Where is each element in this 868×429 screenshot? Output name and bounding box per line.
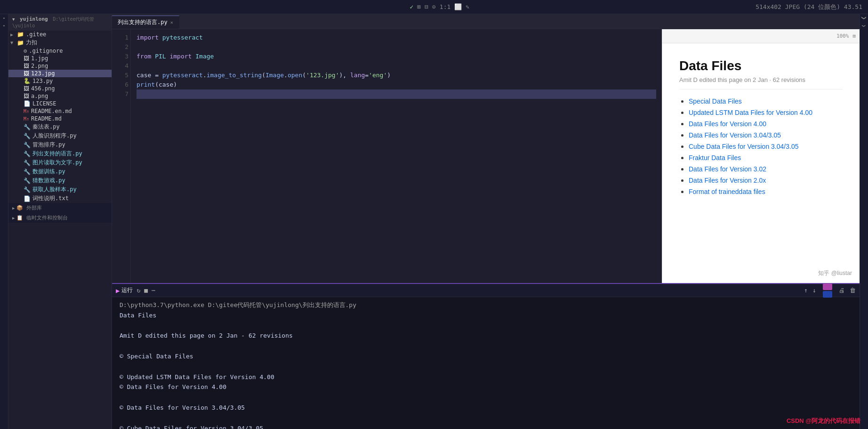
line-num-1: 1 [114, 33, 129, 42]
main-container: • • ▼ yujinlong D:\gitee代码托管\yujinlo ▶ 📁… [0, 14, 868, 429]
line-num-5: 5 [114, 71, 129, 80]
terminal-output-line-2 [120, 321, 852, 331]
list-item[interactable]: Fraktur Data Files [689, 154, 843, 162]
preview-meta: Amit D edited this page on 2 Jan · 62 re… [679, 76, 843, 89]
down-icon[interactable]: ↓ [812, 287, 816, 294]
file-list-lang[interactable]: 🔧 列出支持的语言.py [8, 149, 112, 158]
file-data-train[interactable]: 🔧 数据训练.py [8, 167, 112, 176]
preview-link-list: Special Data Files Updated LSTM Data Fil… [679, 97, 843, 196]
checkmark-icon[interactable]: ✓ [410, 3, 414, 10]
line-num-2: 2 [114, 42, 129, 52]
file-face-sample[interactable]: 🔧 获取人脸样本.py [8, 185, 112, 194]
list-item[interactable]: Data Files for Version 4.00 [689, 120, 843, 128]
list-item[interactable]: Cube Data Files for Version 3.04/3.05 [689, 142, 843, 151]
code-content[interactable]: import pytesseract from PIL import [131, 29, 662, 283]
code-line-6: print (case) [137, 80, 656, 89]
list-item[interactable]: Special Data Files [689, 97, 843, 105]
terminal-panel: ▶ 运行 ↻ ■ ⋯ ↑ ↓ 🖨 🗑 [112, 283, 860, 429]
right-icon-1[interactable]: ❯ [860, 16, 868, 20]
list-item[interactable]: Data Files for Version 3.04/3.05 [689, 131, 843, 139]
preview-link-9[interactable]: Format of traineddata files [689, 188, 765, 195]
run-icon: ▶ [116, 287, 120, 294]
preview-panel: 100% ⊞ Data Files Amit D edited this pag… [662, 29, 860, 283]
image-info: 514x402 JPEG (24 位颜色) 43.51 [755, 3, 862, 11]
file-apng[interactable]: 🖼 a.png [8, 92, 112, 100]
project-name: yujinlong [20, 16, 48, 22]
line-num-6: 6 [114, 80, 129, 89]
file-123py[interactable]: 🐍 123.py [8, 77, 112, 85]
file-1jpg[interactable]: 🖼 1.jpg [8, 55, 112, 62]
file-face[interactable]: 🔧 人脸识别程序.py [8, 131, 112, 140]
right-icon-2[interactable]: ❯ [861, 24, 867, 27]
line-numbers: 1 2 3 4 5 6 7 [112, 29, 131, 283]
file-bubble[interactable]: 🔧 冒泡排序.py [8, 140, 112, 149]
preview-link-1[interactable]: Special Data Files [689, 97, 742, 105]
file-qinfa[interactable]: 🔧 秦法表.py [8, 122, 112, 131]
file-readme[interactable]: M↑ README.md [8, 115, 112, 122]
file-guess[interactable]: 🔧 猜数游戏.py [8, 176, 112, 185]
preview-link-6[interactable]: Fraktur Data Files [689, 154, 741, 162]
list-item[interactable]: Updated LSTM Data Files for Version 4.00 [689, 108, 843, 117]
file-img-text[interactable]: 🔧 图片读取为文字.py [8, 158, 112, 167]
preview-link-7[interactable]: Data Files for Version 3.02 [689, 165, 766, 173]
terminal-output[interactable]: D:\python3.7\python.exe D:\gitee代码托管\yuj… [112, 297, 860, 429]
edit-icon[interactable]: ✎ [466, 3, 469, 10]
code-editor[interactable]: 1 2 3 4 5 6 7 import pytesseract [112, 29, 662, 283]
file-gitignore[interactable]: ⚙ .gitignore [8, 47, 112, 55]
tab-label: 列出支持的语言.py [118, 18, 168, 26]
activity-bar: • • [0, 14, 8, 429]
terminal-side-buttons [823, 283, 832, 298]
file-readme-en[interactable]: M↑ README.en.md [8, 107, 112, 115]
list-item[interactable]: Data Files for Version 2.0x [689, 176, 843, 185]
section-temp[interactable]: ▶ 📋 临时文件和控制台 [8, 213, 112, 223]
up-icon[interactable]: ↑ [804, 287, 808, 294]
terminal-output-line-9 [120, 393, 852, 403]
preview-title: Data Files [679, 58, 843, 73]
top-bar: ✓ ⊞ ⊟ ⊙ 1:1 ⬜ ✎ 514x402 JPEG (24 位颜色) 43… [0, 0, 868, 14]
line-num-3: 3 [114, 52, 129, 61]
terminal-btn-2[interactable] [823, 291, 832, 298]
right-activity-bar: ❯ ❯ [860, 14, 868, 429]
window-icon[interactable]: ⬜ [454, 3, 462, 10]
terminal-right-icons: ↑ ↓ 🖨 🗑 [804, 283, 856, 298]
list-item[interactable]: Data Files for Version 3.02 [689, 165, 843, 173]
layout-icon[interactable]: ⊟ [425, 3, 428, 10]
zoom-ratio: 1:1 [440, 3, 450, 10]
preview-icon[interactable]: ⊞ [852, 33, 856, 39]
circle-icon[interactable]: ⊙ [432, 3, 436, 10]
tab-close-icon[interactable]: ✕ [170, 20, 173, 25]
terminal-output-line-8: © Data Files for Version 4.00 [120, 382, 852, 392]
file-words[interactable]: 📄 词性说明.txt [8, 194, 112, 203]
preview-link-8[interactable]: Data Files for Version 2.0x [689, 177, 766, 184]
terminal-output-line-7: © Updated LSTM Data Files for Version 4.… [120, 372, 852, 382]
toolbar-icons[interactable]: ✓ ⊞ ⊟ ⊙ 1:1 ⬜ ✎ 514x402 JPEG (24 位颜色) 43… [410, 3, 862, 11]
folder-lizuo[interactable]: ▼ 📁 力扣 [8, 38, 112, 47]
terminal-btn-1[interactable] [823, 283, 832, 290]
print-icon[interactable]: 🖨 [839, 287, 845, 294]
file-2png[interactable]: 🖼 2.png [8, 62, 112, 70]
preview-link-5[interactable]: Cube Data Files for Version 3.04/3.05 [689, 143, 798, 150]
file-123jpg[interactable]: 🖼 123.jpg [8, 70, 112, 77]
terminal-command: D:\python3.7\python.exe D:\gitee代码托管\yuj… [120, 300, 852, 310]
file-456png[interactable]: 🖼 456.png [8, 85, 112, 92]
terminal-output-line-6 [120, 362, 852, 372]
folder-gitee[interactable]: ▶ 📁 .gitee [8, 31, 112, 38]
grid-icon[interactable]: ⊞ [417, 3, 421, 10]
sidebar-header: ▼ yujinlong D:\gitee代码托管\yujinlo [8, 14, 112, 31]
file-license[interactable]: 📄 LICENSE [8, 100, 112, 107]
section-external-libs[interactable]: ▶ 📦 外部库 [8, 203, 112, 213]
code-line-7 [137, 89, 656, 99]
tab-list-lang[interactable]: 列出支持的语言.py ✕ [112, 16, 179, 29]
refresh-icon[interactable]: ↻ [137, 287, 140, 294]
code-line-5: case = pytesseract . image_to_string ( I… [137, 71, 656, 80]
preview-link-2[interactable]: Updated LSTM Data Files for Version 4.00 [689, 109, 812, 116]
preview-link-4[interactable]: Data Files for Version 3.04/3.05 [689, 131, 781, 139]
stop-icon[interactable]: ■ [144, 287, 148, 294]
terminal-output-line-11 [120, 413, 852, 423]
terminal-output-line-3: Amit D edited this page on 2 Jan - 62 re… [120, 331, 852, 341]
line-num-7: 7 [114, 89, 129, 99]
more-icon[interactable]: ⋯ [152, 287, 155, 294]
list-item[interactable]: Format of traineddata files [689, 187, 843, 196]
delete-icon[interactable]: 🗑 [850, 287, 856, 294]
preview-link-3[interactable]: Data Files for Version 4.00 [689, 120, 766, 128]
